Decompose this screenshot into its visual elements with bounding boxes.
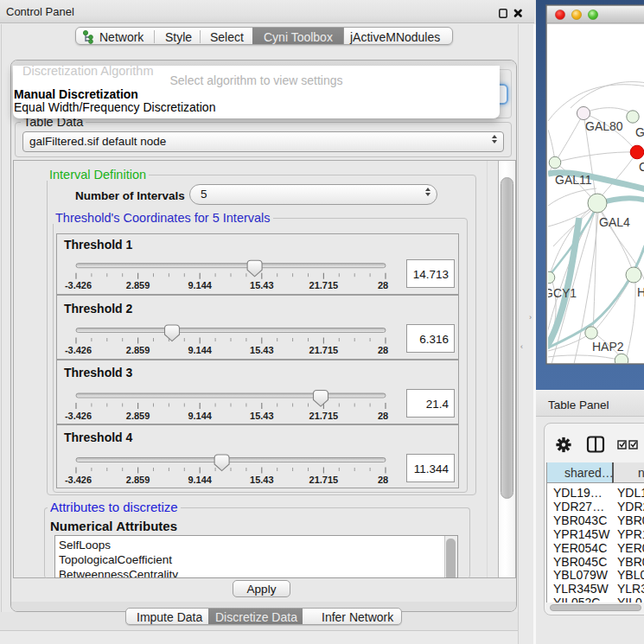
svg-text:GAL80: GAL80	[585, 119, 623, 133]
svg-text:H: H	[637, 285, 644, 299]
svg-text:G.: G.	[635, 125, 644, 139]
svg-text:C: C	[639, 160, 644, 174]
svg-text:GAL11: GAL11	[555, 173, 592, 187]
svg-text:GCY1: GCY1	[544, 286, 577, 300]
svg-text:HAP2: HAP2	[592, 340, 624, 354]
svg-text:GAL4: GAL4	[599, 215, 630, 229]
